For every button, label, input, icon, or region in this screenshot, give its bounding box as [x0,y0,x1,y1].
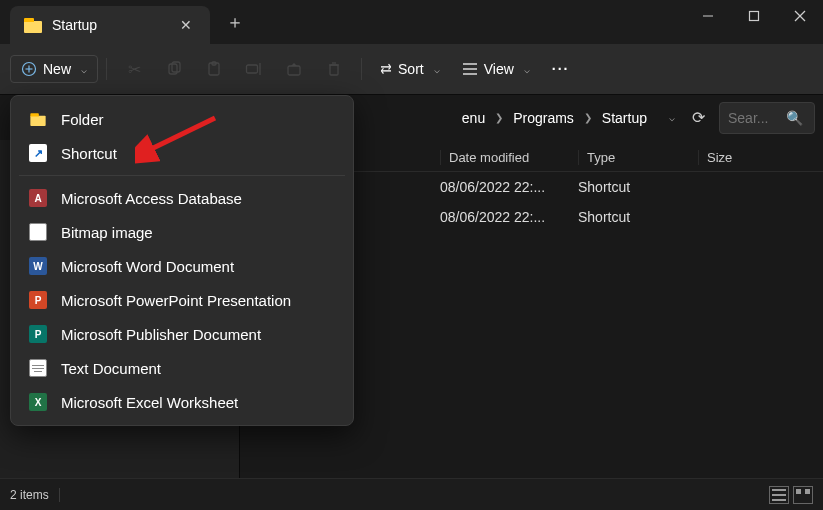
divider [106,58,107,80]
menu-item-excel[interactable]: X Microsoft Excel Worksheet [11,385,353,419]
folder-icon [24,18,42,33]
crumb[interactable]: enu [462,110,485,126]
copy-button[interactable] [155,51,193,87]
folder-icon [29,110,47,128]
search-box[interactable]: 🔍 [719,102,815,134]
menu-item-word[interactable]: W Microsoft Word Document [11,249,353,283]
word-icon: W [29,257,47,275]
publisher-icon: P [29,325,47,343]
crumb[interactable]: Startup [602,110,647,126]
plus-circle-icon [21,61,37,77]
excel-icon: X [29,393,47,411]
chevron-down-icon: ⌵ [524,64,530,75]
menu-item-powerpoint[interactable]: P Microsoft PowerPoint Presentation [11,283,353,317]
svg-rect-1 [750,12,759,21]
menu-item-shortcut[interactable]: ↗ Shortcut [11,136,353,170]
bitmap-icon [29,223,47,241]
crumb[interactable]: Programs [513,110,574,126]
divider [361,58,362,80]
tab-title: Startup [52,17,166,33]
menu-item-publisher[interactable]: P Microsoft Publisher Document [11,317,353,351]
column-size[interactable]: Size [698,150,746,165]
sort-button[interactable]: ⇅ Sort ⌵ [370,55,450,83]
title-bar: Startup ✕ ＋ [0,0,823,44]
menu-item-folder[interactable]: Folder [11,102,353,136]
new-button-label: New [43,61,71,77]
menu-item-access[interactable]: A Microsoft Access Database [11,181,353,215]
tab-startup[interactable]: Startup ✕ [10,6,210,44]
minimize-button[interactable] [685,0,731,32]
menu-separator [19,175,345,176]
refresh-button[interactable]: ⟳ [681,108,715,127]
delete-button[interactable] [315,51,353,87]
sort-button-label: Sort [398,61,424,77]
sort-icon: ⇅ [378,63,394,75]
share-button[interactable] [275,51,313,87]
powerpoint-icon: P [29,291,47,309]
rename-button[interactable] [235,51,273,87]
cut-button[interactable]: ✂ [115,51,153,87]
chevron-down-icon: ⌵ [434,64,440,75]
view-button[interactable]: View ⌵ [452,55,540,83]
chevron-right-icon: ❯ [495,112,503,123]
search-icon: 🔍 [786,110,803,126]
svg-rect-13 [288,66,300,75]
close-window-button[interactable] [777,0,823,32]
chevron-right-icon: ❯ [584,112,592,123]
divider [59,488,60,502]
svg-rect-11 [247,65,258,73]
shortcut-icon: ↗ [29,144,47,162]
close-tab-icon[interactable]: ✕ [176,15,196,35]
svg-rect-14 [330,65,338,75]
new-context-menu: Folder ↗ Shortcut A Microsoft Access Dat… [10,95,354,426]
details-view-button[interactable] [769,486,789,504]
paste-button[interactable] [195,51,233,87]
column-date[interactable]: Date modified [440,150,578,165]
column-type[interactable]: Type [578,150,698,165]
chevron-down-icon: ⌵ [81,64,87,75]
status-bar: 2 items [0,478,823,510]
new-button[interactable]: New ⌵ [10,55,98,83]
view-icon [462,62,478,76]
menu-item-text[interactable]: Text Document [11,351,353,385]
add-tab-button[interactable]: ＋ [218,6,252,38]
grid-view-button[interactable] [793,486,813,504]
view-button-label: View [484,61,514,77]
text-icon [29,359,47,377]
maximize-button[interactable] [731,0,777,32]
more-button[interactable]: ··· [542,55,580,83]
access-icon: A [29,189,47,207]
menu-item-bitmap[interactable]: Bitmap image [11,215,353,249]
item-count: 2 items [10,488,49,502]
search-input[interactable] [728,110,780,126]
chevron-down-icon[interactable]: ⌵ [669,112,675,123]
toolbar: New ⌵ ✂ ⇅ Sort ⌵ View ⌵ ··· [0,44,823,94]
